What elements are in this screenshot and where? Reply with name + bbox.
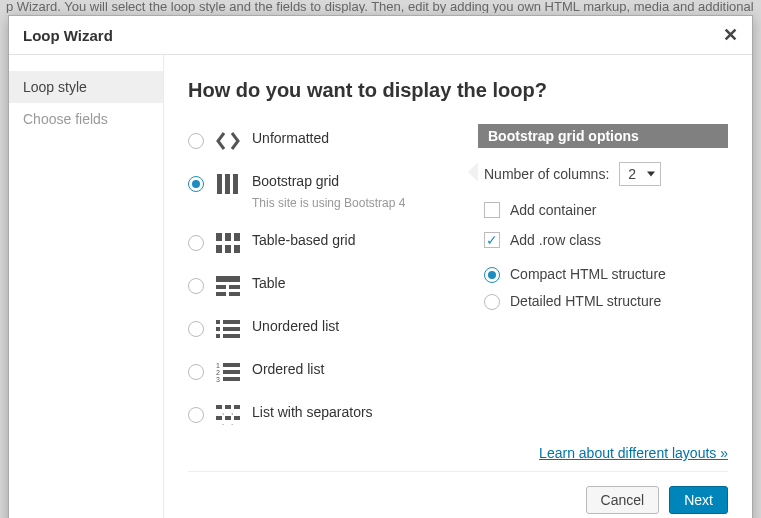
svg-rect-17 bbox=[223, 327, 240, 331]
svg-rect-7 bbox=[225, 245, 231, 253]
option-ordered-list[interactable]: 123 Ordered list bbox=[188, 355, 468, 398]
option-table-based-grid[interactable]: Table-based grid bbox=[188, 226, 468, 269]
titlebar: Loop Wizard ✕ bbox=[9, 16, 752, 55]
svg-rect-14 bbox=[216, 320, 220, 324]
svg-text:,: , bbox=[231, 407, 233, 416]
svg-text:,: , bbox=[222, 418, 224, 425]
next-button[interactable]: Next bbox=[669, 486, 728, 514]
code-icon bbox=[216, 131, 240, 151]
svg-rect-15 bbox=[223, 320, 240, 324]
svg-rect-19 bbox=[223, 334, 240, 338]
svg-rect-3 bbox=[216, 233, 222, 241]
panel-title: Bootstrap grid options bbox=[478, 124, 728, 148]
svg-rect-5 bbox=[234, 233, 240, 241]
svg-text:,: , bbox=[231, 418, 233, 425]
structure-detailed-radio[interactable] bbox=[484, 294, 500, 310]
cols-select[interactable]: 2 bbox=[619, 162, 661, 186]
option-label: List with separators bbox=[252, 404, 373, 420]
svg-rect-1 bbox=[225, 174, 230, 194]
svg-rect-25 bbox=[223, 377, 240, 381]
svg-rect-9 bbox=[216, 276, 240, 282]
cols-label: Number of columns: bbox=[484, 166, 609, 182]
dialog-title: Loop Wizard bbox=[23, 27, 113, 44]
option-label: Unformatted bbox=[252, 130, 329, 146]
olist-icon: 123 bbox=[216, 362, 240, 382]
radio-icon[interactable] bbox=[188, 364, 204, 380]
radio-icon[interactable] bbox=[188, 235, 204, 251]
separator-icon: ,,,, bbox=[216, 405, 240, 425]
svg-rect-0 bbox=[217, 174, 222, 194]
svg-text:3: 3 bbox=[216, 376, 220, 382]
svg-rect-6 bbox=[216, 245, 222, 253]
svg-rect-4 bbox=[225, 233, 231, 241]
option-label: Unordered list bbox=[252, 318, 339, 334]
columns-icon bbox=[216, 174, 240, 194]
svg-rect-16 bbox=[216, 327, 220, 331]
svg-rect-13 bbox=[229, 292, 240, 296]
main-heading: How do you want to display the loop? bbox=[188, 79, 728, 102]
svg-rect-11 bbox=[229, 285, 240, 289]
radio-icon[interactable] bbox=[188, 133, 204, 149]
dialog: Loop Wizard ✕ Loop style Choose fields H… bbox=[8, 15, 753, 518]
svg-text:2: 2 bbox=[216, 369, 220, 376]
add-container-label: Add container bbox=[510, 202, 596, 218]
option-label: Table bbox=[252, 275, 285, 291]
svg-rect-12 bbox=[216, 292, 226, 296]
svg-rect-18 bbox=[216, 334, 220, 338]
grid-icon bbox=[216, 233, 240, 253]
main-pane: How do you want to display the loop? Unf… bbox=[164, 55, 752, 518]
svg-text:1: 1 bbox=[216, 362, 220, 369]
sidebar-step-choose-fields[interactable]: Choose fields bbox=[9, 103, 163, 135]
cancel-button[interactable]: Cancel bbox=[586, 486, 660, 514]
option-bootstrap-grid[interactable]: Bootstrap grid This site is using Bootst… bbox=[188, 167, 468, 226]
option-list-separators[interactable]: ,,,, List with separators bbox=[188, 398, 468, 441]
svg-rect-8 bbox=[234, 245, 240, 253]
radio-icon[interactable] bbox=[188, 321, 204, 337]
structure-detailed-label: Detailed HTML structure bbox=[510, 293, 661, 309]
svg-rect-2 bbox=[233, 174, 238, 194]
option-label: Bootstrap grid bbox=[252, 173, 339, 189]
options-panel: Bootstrap grid options Number of columns… bbox=[478, 124, 728, 441]
sidebar-step-loop-style[interactable]: Loop style bbox=[9, 71, 163, 103]
option-unordered-list[interactable]: Unordered list bbox=[188, 312, 468, 355]
option-table[interactable]: Table bbox=[188, 269, 468, 312]
option-unformatted[interactable]: Unformatted bbox=[188, 124, 468, 167]
structure-compact-radio[interactable] bbox=[484, 267, 500, 283]
radio-icon[interactable] bbox=[188, 278, 204, 294]
svg-rect-21 bbox=[223, 363, 240, 367]
svg-text:,: , bbox=[222, 407, 224, 416]
svg-rect-23 bbox=[223, 370, 240, 374]
add-container-checkbox[interactable] bbox=[484, 202, 500, 218]
option-hint: This site is using Bootstrap 4 bbox=[252, 196, 405, 210]
option-label: Table-based grid bbox=[252, 232, 356, 248]
table-icon bbox=[216, 276, 240, 296]
ulist-icon bbox=[216, 319, 240, 339]
backdrop-text: p Wizard. You will select the loop style… bbox=[6, 0, 755, 13]
svg-rect-28 bbox=[234, 405, 240, 409]
close-icon[interactable]: ✕ bbox=[723, 26, 738, 44]
svg-rect-33 bbox=[234, 416, 240, 420]
structure-compact-label: Compact HTML structure bbox=[510, 266, 666, 282]
svg-rect-10 bbox=[216, 285, 226, 289]
radio-icon[interactable] bbox=[188, 176, 204, 192]
add-row-checkbox[interactable]: ✓ bbox=[484, 232, 500, 248]
add-row-label: Add .row class bbox=[510, 232, 601, 248]
loop-style-options: Unformatted Bootstrap grid This site is … bbox=[188, 124, 468, 441]
radio-icon[interactable] bbox=[188, 407, 204, 423]
option-label: Ordered list bbox=[252, 361, 324, 377]
panel-arrow-icon bbox=[468, 162, 478, 182]
wizard-sidebar: Loop style Choose fields bbox=[9, 55, 164, 518]
learn-link[interactable]: Learn about different layouts » bbox=[539, 445, 728, 461]
